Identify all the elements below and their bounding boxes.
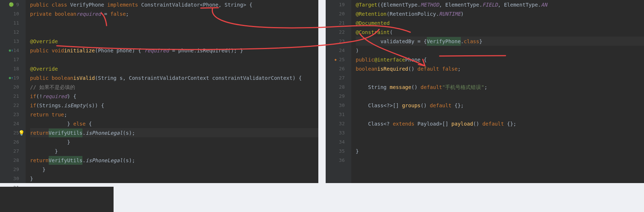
left-line-number: 10 xyxy=(0,9,19,18)
left-line-number: 26 xyxy=(0,137,19,146)
right-code-line[interactable]: boolean isRequired() default false; xyxy=(356,64,644,73)
right-line-number: 20 xyxy=(326,9,345,18)
right-code-line[interactable] xyxy=(356,156,644,165)
right-line-number: 34 xyxy=(326,137,345,146)
right-line-number: 28 xyxy=(326,82,345,92)
right-code-line[interactable] xyxy=(356,137,644,146)
left-line-number: 29 xyxy=(0,165,19,174)
left-code-line[interactable]: @Override xyxy=(30,64,318,73)
left-line-number: 11 xyxy=(0,18,19,27)
right-code-line[interactable] xyxy=(356,73,644,82)
right-line-number: 24 xyxy=(326,46,345,55)
left-code-line[interactable]: public boolean isValid(String s, Constra… xyxy=(30,73,318,82)
right-code-line[interactable]: validatedBy = {VerifyPhone.class} xyxy=(356,37,644,46)
gutter-mark-icon: ●↑ xyxy=(9,74,13,82)
left-line-number: 18 xyxy=(0,64,19,73)
right-code-line[interactable]: ) xyxy=(356,46,644,55)
gutter-mark-icon: 🟢 xyxy=(9,0,14,9)
left-gutter: 9🟢1011121314●↑171819●↑202122232425💡26272… xyxy=(0,0,26,183)
left-line-number: 13 xyxy=(0,37,19,46)
left-code-line[interactable]: @Override xyxy=(30,37,318,46)
left-line-number: 25💡 xyxy=(0,128,19,137)
right-code-line[interactable]: Class<?>[] groups() default {}; xyxy=(356,101,644,110)
left-code-line[interactable]: } else { xyxy=(30,119,318,128)
left-code-line[interactable]: if(Strings.isEmpty(s)) { xyxy=(30,101,318,110)
left-code-line[interactable]: } xyxy=(30,137,318,146)
right-line-number: 19 xyxy=(326,0,345,9)
right-line-number: 21 xyxy=(326,18,345,27)
left-line-number: 24 xyxy=(0,119,19,128)
right-line-number: 23 xyxy=(326,37,345,46)
left-code-area[interactable]: public class VerifyPhone implements Cons… xyxy=(26,0,318,183)
left-line-number: 12 xyxy=(0,27,19,37)
right-line-number: 30 xyxy=(326,101,345,110)
right-line-number: 25◆ xyxy=(326,55,345,64)
right-code-line[interactable] xyxy=(356,110,644,119)
left-code-line[interactable]: private boolean required = false; xyxy=(30,9,318,18)
left-code-line[interactable]: public class VerifyPhone implements Cons… xyxy=(30,0,318,9)
right-code-line[interactable]: public @interface Phone { xyxy=(356,55,644,64)
right-line-number: 33 xyxy=(326,128,345,137)
left-line-number: 17 xyxy=(0,55,19,64)
right-code-editor[interactable]: 19202122232425◆2627282930313233343536 @T… xyxy=(326,0,644,183)
right-code-line[interactable]: } xyxy=(356,146,644,156)
right-code-line[interactable] xyxy=(356,92,644,101)
right-line-number: 36 xyxy=(326,156,345,165)
left-code-line[interactable]: return VerifyUtils.isPhoneLegal(s); xyxy=(30,128,318,137)
bottom-panel-fragment xyxy=(0,187,114,212)
right-code-line[interactable]: Class<? extends Payload>[] payload() def… xyxy=(356,119,644,128)
left-line-number: 28 xyxy=(0,156,19,165)
right-code-line[interactable]: String message() default "手机号格式错误"; xyxy=(356,82,644,92)
right-code-line[interactable]: @Target({ElementType.METHOD, ElementType… xyxy=(356,0,644,9)
right-line-number: 29 xyxy=(326,92,345,101)
left-code-line[interactable] xyxy=(30,55,318,64)
left-code-editor[interactable]: 9🟢1011121314●↑171819●↑202122232425💡26272… xyxy=(0,0,318,183)
left-code-line[interactable]: if(!required) { xyxy=(30,92,318,101)
left-code-line[interactable]: } xyxy=(30,174,318,183)
left-line-number: 20 xyxy=(0,82,19,92)
left-code-line[interactable] xyxy=(30,27,318,37)
left-code-line[interactable]: // 如果不是必填的 xyxy=(30,82,318,92)
left-code-line[interactable]: return true; xyxy=(30,110,318,119)
left-code-line[interactable] xyxy=(30,18,318,27)
right-code-line[interactable] xyxy=(356,128,644,137)
right-code-line[interactable]: @Documented xyxy=(356,18,644,27)
left-code-line[interactable]: public void initialize(Phone phone) { re… xyxy=(30,46,318,55)
gutter-mark-icon: ●↑ xyxy=(9,46,13,55)
right-line-number: 32 xyxy=(326,119,345,128)
left-code-line[interactable]: return VerifyUtils.isPhoneLegal(s); xyxy=(30,156,318,165)
left-code-line[interactable]: } xyxy=(30,146,318,156)
left-line-number: 22 xyxy=(0,101,19,110)
right-code-line[interactable]: @Constraint( xyxy=(356,27,644,37)
right-gutter: 19202122232425◆2627282930313233343536 xyxy=(326,0,351,183)
gutter-mark-icon: ◆ xyxy=(334,55,337,64)
left-line-number: 23 xyxy=(0,110,19,119)
right-code-area[interactable]: @Target({ElementType.METHOD, ElementType… xyxy=(351,0,644,183)
left-line-number: 30 xyxy=(0,174,19,183)
intention-bulb-icon[interactable]: 💡 xyxy=(18,129,25,137)
left-line-number: 21 xyxy=(0,92,19,101)
right-line-number: 31 xyxy=(326,110,345,119)
left-line-number: 27 xyxy=(0,146,19,156)
right-line-number: 22 xyxy=(326,27,345,37)
right-line-number: 35 xyxy=(326,146,345,156)
left-line-number: 14●↑ xyxy=(0,46,19,55)
left-line-number: 9🟢 xyxy=(0,0,19,9)
right-code-line[interactable]: @Retention(RetentionPolicy.RUNTIME) xyxy=(356,9,644,18)
left-line-number: 19●↑ xyxy=(0,73,19,82)
right-line-number: 27 xyxy=(326,73,345,82)
left-code-line[interactable]: } xyxy=(30,165,318,174)
right-line-number: 26 xyxy=(326,64,345,73)
